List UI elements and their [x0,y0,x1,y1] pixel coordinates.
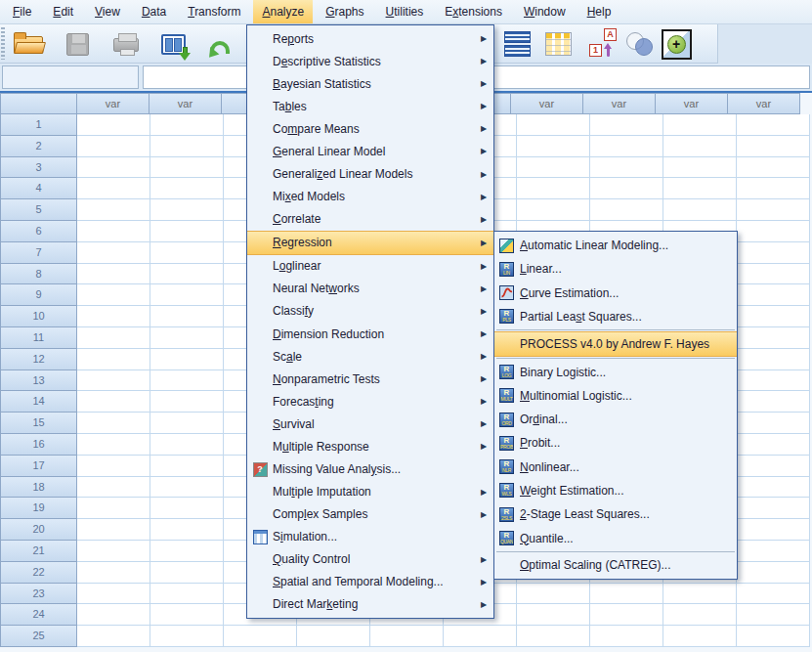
variables-button[interactable] [539,26,577,62]
data-cell[interactable] [77,306,150,327]
row-number-header[interactable]: 11 [0,326,77,349]
row-number-header[interactable]: 18 [0,476,77,499]
menu-item-regression[interactable]: Regression▶ [247,231,493,255]
submenu-item-optimal-scaling-catreg[interactable]: Optimal Scaling (CATREG)... [494,553,737,577]
column-header-var[interactable]: var [727,93,800,114]
submenu-item-ordinal[interactable]: RORDOrdinal... [494,408,737,431]
data-cell[interactable] [737,157,810,179]
data-cell[interactable] [370,626,444,647]
menu-item-quality-control[interactable]: Quality Control▶ [247,548,493,571]
data-cell[interactable] [737,306,810,327]
data-cell[interactable] [77,584,150,605]
value-labels-button[interactable]: A1 [584,26,621,62]
data-cell[interactable] [444,626,517,647]
submenu-item-partial-least-squares[interactable]: RPLSPartial Least Squares... [494,305,737,328]
data-cell[interactable] [737,114,810,136]
menu-item-complex-samples[interactable]: Complex Samples▶ [247,503,493,526]
menubar-item-help[interactable]: Help [578,0,620,23]
data-cell[interactable] [150,562,224,584]
submenu-item-automatic-linear-modeling[interactable]: Automatic Linear Modeling... [494,234,737,257]
data-cell[interactable] [150,264,224,285]
data-cell[interactable] [150,456,224,477]
menu-item-forecasting[interactable]: Forecasting▶ [247,390,493,413]
menu-item-mixed-models[interactable]: Mixed Models▶ [247,186,493,208]
data-cell[interactable] [77,114,150,136]
data-cell[interactable] [297,626,370,647]
data-cell[interactable] [150,157,224,179]
data-cell[interactable] [150,477,224,499]
data-cell[interactable] [663,604,737,626]
menu-item-spatial-and-temporal-modeling[interactable]: Spatial and Temporal Modeling...▶ [247,571,493,593]
data-cell[interactable] [737,413,810,434]
data-cell[interactable] [150,370,224,392]
split-file-button[interactable] [498,26,535,62]
menu-item-simulation[interactable]: Simulation... [247,526,493,548]
data-cell[interactable] [77,264,150,285]
data-cell[interactable] [663,136,737,157]
menu-item-multiple-response[interactable]: Multiple Response▶ [247,435,493,457]
data-cell[interactable] [77,199,150,221]
menu-item-reports[interactable]: Reports▶ [247,27,493,50]
data-cell[interactable] [224,626,297,647]
column-header-var[interactable]: var [149,93,222,114]
data-cell[interactable] [737,178,810,199]
data-cell[interactable] [517,114,590,136]
data-cell[interactable] [77,604,150,626]
menu-item-neural-networks[interactable]: Neural Networks▶ [247,278,493,300]
submenu-item-2-stage-least-squares[interactable]: R2SLS2-Stage Least Squares... [494,502,737,526]
data-cell[interactable] [737,519,810,541]
row-number-header[interactable]: 8 [0,263,77,285]
data-cell[interactable] [737,541,810,562]
data-cell[interactable] [77,178,150,199]
data-cell[interactable] [150,242,224,264]
toolbar-drag-handle[interactable] [1,27,5,60]
row-number-header[interactable]: 10 [0,305,77,327]
data-cell[interactable] [77,477,150,499]
data-cell[interactable] [77,370,150,392]
data-cell[interactable] [150,584,224,605]
column-header-var[interactable]: var [582,93,656,114]
submenu-item-weight-estimation[interactable]: RWLSWeight Estimation... [494,479,737,502]
data-cell[interactable] [150,626,224,647]
data-cell[interactable] [77,391,150,413]
row-number-header[interactable]: 20 [0,518,77,541]
data-cell[interactable] [77,136,150,157]
menubar-item-extensions[interactable]: Extensions [436,0,511,23]
menubar-item-utilities[interactable]: Utilities [377,0,433,23]
data-cell[interactable] [737,477,810,499]
menu-item-compare-means[interactable]: Compare Means▶ [247,117,493,140]
data-cell[interactable] [590,584,663,605]
menu-item-missing-value-analysis[interactable]: ?Missing Value Analysis... [247,457,493,480]
data-cell[interactable] [517,199,590,221]
row-number-header[interactable]: 25 [0,625,77,647]
row-number-header[interactable]: 22 [0,561,77,584]
data-cell[interactable] [737,604,810,626]
data-cell[interactable] [150,519,224,541]
data-cell[interactable] [517,604,590,626]
menu-item-bayesian-statistics[interactable]: Bayesian Statistics▶ [247,72,493,95]
data-cell[interactable] [77,434,150,456]
data-cell[interactable] [77,284,150,306]
custom-dialogs-button[interactable]: + [658,26,695,62]
data-cell[interactable] [663,199,737,221]
menu-item-nonparametric-tests[interactable]: Nonparametric Tests▶ [247,368,493,390]
menubar-item-data[interactable]: Data [133,0,175,23]
data-cell[interactable] [150,349,224,370]
data-cell[interactable] [150,391,224,413]
data-cell[interactable] [150,199,224,221]
row-number-header[interactable]: 13 [0,369,77,392]
data-cell[interactable] [663,584,737,605]
menubar-item-transform[interactable]: Transform [179,0,249,23]
data-cell[interactable] [590,178,663,199]
menubar-item-analyze[interactable]: Analyze [253,0,313,23]
row-number-header[interactable]: 17 [0,455,77,477]
row-number-header[interactable]: 21 [0,540,77,562]
menubar-item-edit[interactable]: Edit [44,0,82,23]
data-cell[interactable] [77,413,150,434]
data-cell[interactable] [737,264,810,285]
menubar-item-window[interactable]: Window [515,0,575,23]
data-cell[interactable] [77,221,150,242]
menubar-item-file[interactable]: File [4,0,40,23]
data-cell[interactable] [517,584,590,605]
data-cell[interactable] [590,136,663,157]
